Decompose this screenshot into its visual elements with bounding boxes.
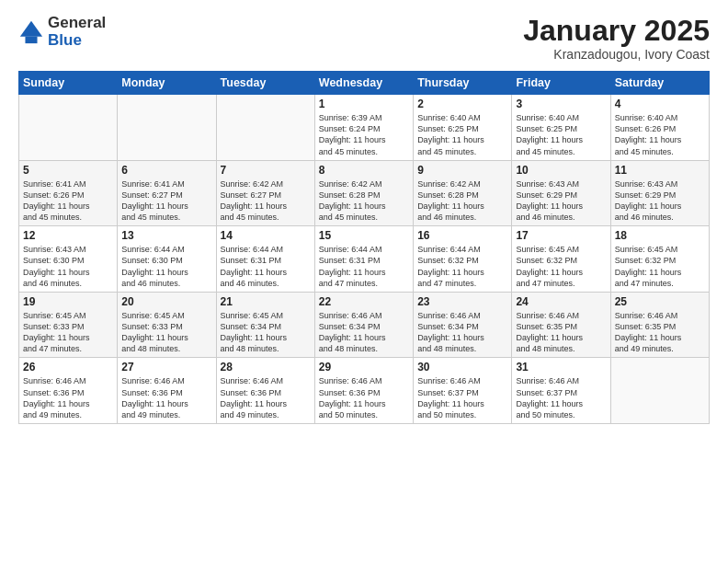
calendar-week-row-3: 12Sunrise: 6:43 AM Sunset: 6:30 PM Dayli… — [19, 226, 710, 293]
calendar-cell — [19, 95, 118, 161]
calendar-cell: 17Sunrise: 6:45 AM Sunset: 6:32 PM Dayli… — [512, 226, 610, 293]
day-info: Sunrise: 6:46 AM Sunset: 6:37 PM Dayligh… — [516, 375, 606, 420]
day-info: Sunrise: 6:46 AM Sunset: 6:34 PM Dayligh… — [319, 310, 409, 355]
title-block: January 2025 Kranzadougou, Ivory Coast — [523, 15, 710, 62]
day-number: 28 — [221, 361, 311, 373]
calendar-cell: 23Sunrise: 6:46 AM Sunset: 6:34 PM Dayli… — [414, 292, 512, 358]
calendar-cell: 22Sunrise: 6:46 AM Sunset: 6:34 PM Dayli… — [314, 292, 413, 358]
calendar-week-row-2: 5Sunrise: 6:41 AM Sunset: 6:26 PM Daylig… — [19, 160, 710, 226]
calendar-cell: 2Sunrise: 6:40 AM Sunset: 6:25 PM Daylig… — [414, 95, 512, 161]
logo: General Blue — [18, 15, 106, 49]
day-info: Sunrise: 6:42 AM Sunset: 6:27 PM Dayligh… — [221, 178, 311, 224]
logo-icon — [18, 19, 44, 45]
svg-marker-0 — [20, 21, 42, 37]
day-info: Sunrise: 6:45 AM Sunset: 6:33 PM Dayligh… — [121, 310, 211, 355]
calendar-cell: 24Sunrise: 6:46 AM Sunset: 6:35 PM Dayli… — [512, 292, 610, 358]
day-info: Sunrise: 6:46 AM Sunset: 6:35 PM Dayligh… — [516, 310, 606, 355]
day-info: Sunrise: 6:41 AM Sunset: 6:26 PM Dayligh… — [23, 178, 113, 224]
col-monday: Monday — [118, 72, 216, 95]
day-info: Sunrise: 6:46 AM Sunset: 6:37 PM Dayligh… — [417, 375, 507, 420]
day-info: Sunrise: 6:46 AM Sunset: 6:36 PM Dayligh… — [121, 375, 211, 420]
calendar-cell: 1Sunrise: 6:39 AM Sunset: 6:24 PM Daylig… — [314, 95, 413, 161]
day-info: Sunrise: 6:44 AM Sunset: 6:30 PM Dayligh… — [121, 244, 211, 289]
day-info: Sunrise: 6:46 AM Sunset: 6:34 PM Dayligh… — [417, 310, 507, 355]
calendar-cell: 16Sunrise: 6:44 AM Sunset: 6:32 PM Dayli… — [414, 226, 512, 293]
calendar-cell: 12Sunrise: 6:43 AM Sunset: 6:30 PM Dayli… — [19, 226, 118, 293]
calendar-week-row-5: 26Sunrise: 6:46 AM Sunset: 6:36 PM Dayli… — [19, 358, 710, 424]
col-friday: Friday — [512, 72, 610, 95]
calendar-cell: 11Sunrise: 6:43 AM Sunset: 6:29 PM Dayli… — [610, 160, 709, 226]
day-number: 20 — [121, 295, 211, 308]
calendar-cell: 26Sunrise: 6:46 AM Sunset: 6:36 PM Dayli… — [19, 358, 118, 424]
logo-text: General Blue — [48, 15, 106, 49]
calendar-cell: 15Sunrise: 6:44 AM Sunset: 6:31 PM Dayli… — [314, 226, 413, 293]
calendar-cell: 27Sunrise: 6:46 AM Sunset: 6:36 PM Dayli… — [118, 358, 216, 424]
calendar-cell: 13Sunrise: 6:44 AM Sunset: 6:30 PM Dayli… — [118, 226, 216, 293]
day-info: Sunrise: 6:43 AM Sunset: 6:30 PM Dayligh… — [23, 244, 113, 289]
calendar-table: Sunday Monday Tuesday Wednesday Thursday… — [18, 71, 710, 424]
header: General Blue January 2025 Kranzadougou, … — [18, 15, 710, 62]
day-number: 29 — [319, 361, 409, 373]
day-info: Sunrise: 6:41 AM Sunset: 6:27 PM Dayligh… — [121, 178, 211, 224]
day-number: 2 — [417, 98, 507, 110]
logo-blue: Blue — [48, 32, 106, 50]
calendar-week-row-1: 1Sunrise: 6:39 AM Sunset: 6:24 PM Daylig… — [19, 95, 710, 161]
day-number: 3 — [516, 98, 606, 110]
day-info: Sunrise: 6:43 AM Sunset: 6:29 PM Dayligh… — [516, 178, 606, 224]
calendar-cell: 10Sunrise: 6:43 AM Sunset: 6:29 PM Dayli… — [512, 160, 610, 226]
calendar-cell: 21Sunrise: 6:45 AM Sunset: 6:34 PM Dayli… — [216, 292, 314, 358]
calendar-cell: 3Sunrise: 6:40 AM Sunset: 6:25 PM Daylig… — [512, 95, 610, 161]
day-number: 21 — [221, 295, 311, 308]
col-saturday: Saturday — [610, 72, 709, 95]
calendar-cell — [610, 358, 709, 424]
col-thursday: Thursday — [414, 72, 512, 95]
day-number: 5 — [23, 164, 113, 177]
day-info: Sunrise: 6:45 AM Sunset: 6:33 PM Dayligh… — [23, 310, 113, 355]
day-number: 27 — [121, 361, 211, 373]
day-info: Sunrise: 6:39 AM Sunset: 6:24 PM Dayligh… — [319, 112, 409, 157]
day-number: 25 — [615, 295, 705, 308]
col-sunday: Sunday — [19, 72, 118, 95]
day-number: 24 — [516, 295, 606, 308]
calendar-cell — [216, 95, 314, 161]
day-number: 7 — [221, 164, 311, 177]
calendar-cell: 6Sunrise: 6:41 AM Sunset: 6:27 PM Daylig… — [118, 160, 216, 226]
day-info: Sunrise: 6:46 AM Sunset: 6:35 PM Dayligh… — [615, 310, 705, 355]
day-number: 11 — [615, 164, 705, 177]
day-info: Sunrise: 6:43 AM Sunset: 6:29 PM Dayligh… — [615, 178, 705, 224]
day-info: Sunrise: 6:46 AM Sunset: 6:36 PM Dayligh… — [221, 375, 311, 420]
calendar-cell: 14Sunrise: 6:44 AM Sunset: 6:31 PM Dayli… — [216, 226, 314, 293]
calendar-cell: 31Sunrise: 6:46 AM Sunset: 6:37 PM Dayli… — [512, 358, 610, 424]
calendar-cell: 4Sunrise: 6:40 AM Sunset: 6:26 PM Daylig… — [610, 95, 709, 161]
day-number: 31 — [516, 361, 606, 373]
day-number: 4 — [615, 98, 705, 110]
day-info: Sunrise: 6:42 AM Sunset: 6:28 PM Dayligh… — [417, 178, 507, 224]
day-number: 6 — [121, 164, 211, 177]
day-number: 15 — [319, 229, 409, 242]
calendar-cell: 18Sunrise: 6:45 AM Sunset: 6:32 PM Dayli… — [610, 226, 709, 293]
calendar-cell: 19Sunrise: 6:45 AM Sunset: 6:33 PM Dayli… — [19, 292, 118, 358]
col-tuesday: Tuesday — [216, 72, 314, 95]
logo-general: General — [48, 15, 106, 32]
calendar-cell: 20Sunrise: 6:45 AM Sunset: 6:33 PM Dayli… — [118, 292, 216, 358]
day-info: Sunrise: 6:44 AM Sunset: 6:31 PM Dayligh… — [319, 244, 409, 289]
svg-rect-1 — [25, 36, 37, 42]
day-number: 13 — [121, 229, 211, 242]
day-info: Sunrise: 6:46 AM Sunset: 6:36 PM Dayligh… — [319, 375, 409, 420]
day-info: Sunrise: 6:46 AM Sunset: 6:36 PM Dayligh… — [23, 375, 113, 420]
day-number: 26 — [23, 361, 113, 373]
calendar-cell: 9Sunrise: 6:42 AM Sunset: 6:28 PM Daylig… — [414, 160, 512, 226]
day-info: Sunrise: 6:45 AM Sunset: 6:32 PM Dayligh… — [516, 244, 606, 289]
day-info: Sunrise: 6:45 AM Sunset: 6:32 PM Dayligh… — [615, 244, 705, 289]
calendar-cell: 25Sunrise: 6:46 AM Sunset: 6:35 PM Dayli… — [610, 292, 709, 358]
day-info: Sunrise: 6:40 AM Sunset: 6:25 PM Dayligh… — [516, 112, 606, 157]
day-number: 23 — [417, 295, 507, 308]
day-info: Sunrise: 6:44 AM Sunset: 6:31 PM Dayligh… — [221, 244, 311, 289]
calendar-cell: 30Sunrise: 6:46 AM Sunset: 6:37 PM Dayli… — [414, 358, 512, 424]
day-number: 10 — [516, 164, 606, 177]
calendar-header-row: Sunday Monday Tuesday Wednesday Thursday… — [19, 72, 710, 95]
day-number: 17 — [516, 229, 606, 242]
day-number: 30 — [417, 361, 507, 373]
day-number: 16 — [417, 229, 507, 242]
day-number: 8 — [319, 164, 409, 177]
